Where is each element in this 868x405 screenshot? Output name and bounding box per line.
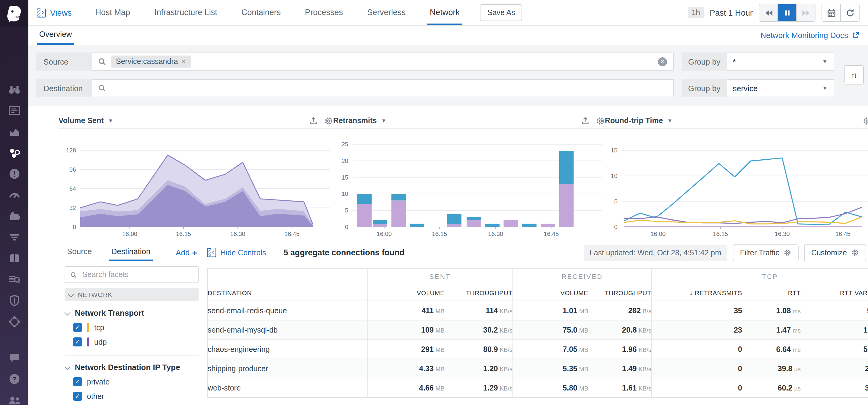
column-header-volume[interactable]: VOLUME [513, 284, 588, 301]
dashboards-icon[interactable] [7, 103, 22, 118]
cell-rtt-variance: 571µs [801, 301, 868, 320]
nav-tab-containers[interactable]: Containers [229, 0, 293, 25]
calendar-icon[interactable] [822, 4, 841, 21]
nav-tab-network[interactable]: Network [418, 0, 472, 25]
save-as-button[interactable]: Save As [480, 4, 522, 21]
facet-tab-source[interactable]: Source [65, 244, 94, 261]
facet-group-title[interactable]: Network Transport [65, 308, 198, 317]
checkbox-checked-icon[interactable]: ✓ [73, 337, 82, 346]
destination-search-input[interactable] [92, 79, 674, 97]
swap-source-destination-button[interactable]: ↑↓ [844, 65, 864, 85]
views-menu-button[interactable]: › Views [28, 0, 83, 25]
column-header-throughput[interactable]: THROUGHPUT [588, 284, 652, 301]
skip-forward-icon[interactable] [797, 4, 815, 21]
chart-canvas[interactable]: 05101516:0016:1516:3016:45 [605, 129, 868, 236]
add-facet-button[interactable]: Add+ [176, 247, 198, 258]
facet-item-tcp[interactable]: ✓tcp [65, 323, 198, 332]
network-icon[interactable] [7, 314, 22, 329]
nav-tab-infrastructure-list[interactable]: Infrastructure List [142, 0, 229, 25]
checkbox-checked-icon[interactable]: ✓ [73, 392, 82, 401]
column-header-rtt[interactable]: RTT [742, 284, 801, 301]
refresh-icon[interactable] [841, 4, 859, 21]
cell-rtt: 1.47ms [742, 320, 801, 340]
remove-pill-icon[interactable]: × [182, 57, 186, 66]
facet-search-input[interactable] [65, 266, 198, 283]
table-row[interactable]: send-email-redis-queue411MB114KB/s1.01MB… [207, 301, 868, 320]
chevron-down-icon[interactable]: ▼ [381, 118, 386, 124]
column-header-retransmits[interactable]: ↓RETRANSMITS [652, 284, 742, 301]
facet-tab-destination[interactable]: Destination [108, 244, 153, 261]
column-header-throughput[interactable]: THROUGHPUT [444, 284, 513, 301]
network-monitoring-docs-link[interactable]: Network Monitoring Docs [761, 31, 860, 40]
svg-text:10: 10 [342, 190, 348, 197]
clear-search-icon[interactable]: × [658, 57, 667, 66]
checkbox-checked-icon[interactable]: ✓ [73, 377, 82, 386]
metrics-icon[interactable] [7, 124, 22, 139]
facet-section-network[interactable]: NETWORK [65, 288, 198, 301]
facet-group-title[interactable]: Network Destination IP Type [65, 363, 198, 372]
facet-search-field[interactable] [81, 270, 193, 279]
chart-title[interactable]: Retransmits [333, 117, 377, 125]
export-icon[interactable] [309, 116, 318, 125]
log-explorer-icon[interactable] [7, 272, 22, 287]
chart-title[interactable]: Round-trip Time [605, 117, 663, 125]
traffic-filter-bar: Source Service:cassandra × × Group by * … [28, 45, 868, 106]
source-group-by-select[interactable]: * ▼ [727, 53, 834, 71]
nav-tab-serverless[interactable]: Serverless [355, 0, 418, 25]
facet-item-private[interactable]: ✓private [65, 377, 198, 386]
chart-canvas[interactable]: 051015202516:0016:1516:3016:45 [333, 129, 605, 236]
facet-item-other[interactable]: ✓other [65, 392, 198, 401]
time-range-label[interactable]: Past 1 Hour [710, 8, 753, 17]
chart-canvas[interactable]: 032649612816:0016:1516:3016:45 [59, 129, 333, 236]
facet-color-bar [87, 323, 89, 332]
svg-text:128: 128 [66, 147, 76, 154]
column-header-volume[interactable]: VOLUME [367, 284, 444, 301]
facet-item-udp[interactable]: ✓udp [65, 337, 198, 346]
integrations-icon[interactable] [7, 209, 22, 223]
group-header-tcp: TCP [652, 268, 868, 284]
nav-tab-processes[interactable]: Processes [293, 0, 355, 25]
apm-icon[interactable] [7, 188, 22, 202]
pause-icon[interactable] [778, 4, 797, 21]
table-row[interactable]: send-email-mysql-db109MB30.2KB/s75.0MB20… [207, 320, 868, 340]
filter-pill-service-cassandra[interactable]: Service:cassandra × [111, 56, 191, 68]
monitors-icon[interactable] [7, 166, 22, 181]
source-group-by-label: Group by [682, 53, 727, 71]
destination-group-by-select[interactable]: service ▼ [727, 79, 834, 97]
views-icon: › [37, 8, 46, 17]
users-icon[interactable] [7, 393, 22, 405]
chevron-down-icon[interactable]: ▼ [667, 118, 673, 124]
help-icon[interactable]: ? [7, 372, 22, 386]
skip-back-icon[interactable] [760, 4, 778, 21]
column-header-destination[interactable]: DESTINATION [207, 284, 367, 301]
infrastructure-icon[interactable] [7, 146, 22, 160]
table-row[interactable]: web-store4.66MB1.29KB/s5.80MB1.61KB/s060… [207, 378, 868, 398]
security-icon[interactable] [7, 293, 22, 308]
table-row[interactable]: chaos-engineering291MB80.9KB/s7.05MB1.96… [207, 340, 868, 359]
datadog-logo[interactable] [0, 0, 28, 27]
column-header-rtt-variance[interactable]: RTT VARIANCE [801, 284, 868, 301]
nav-tab-host-map[interactable]: Host Map [83, 0, 143, 25]
watchdog-icon[interactable] [7, 82, 22, 97]
time-range-badge[interactable]: 1h [688, 7, 704, 18]
svg-text:16:15: 16:15 [432, 230, 447, 236]
table-row[interactable]: shipping-producer4.33MB1.20KB/s5.35MB1.4… [207, 359, 868, 378]
gear-icon[interactable] [863, 116, 868, 125]
docs-link-label: Network Monitoring Docs [761, 31, 848, 40]
export-icon[interactable] [581, 116, 590, 125]
customize-button[interactable]: Customize [804, 244, 866, 261]
filter-traffic-button[interactable]: Filter Traffic [733, 244, 799, 261]
hide-controls-button[interactable]: ‹ Hide Controls [207, 248, 266, 257]
gear-icon[interactable] [324, 116, 333, 125]
pipelines-icon[interactable] [7, 230, 22, 244]
cell-sent-volume: 4.33MB [367, 359, 444, 378]
source-search-input[interactable]: Service:cassandra × × [92, 53, 674, 71]
search-icon [98, 57, 106, 66]
chat-icon[interactable] [7, 351, 22, 365]
checkbox-checked-icon[interactable]: ✓ [73, 323, 82, 332]
notebooks-icon[interactable] [7, 251, 22, 266]
tab-overview[interactable]: Overview [37, 26, 74, 45]
chevron-down-icon[interactable]: ▼ [108, 118, 114, 124]
gear-icon[interactable] [596, 116, 605, 125]
chart-title[interactable]: Volume Sent [59, 117, 104, 125]
